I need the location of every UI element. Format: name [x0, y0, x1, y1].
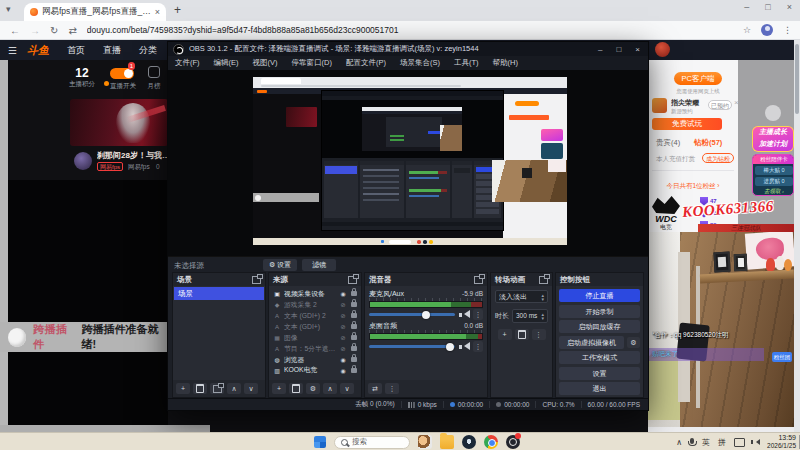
speaker-icon[interactable]: [459, 310, 469, 319]
stop-streaming-button[interactable]: 停止直播: [559, 289, 640, 302]
visibility-eye-icon[interactable]: ◉: [339, 356, 347, 363]
slider-knob[interactable]: [446, 343, 454, 351]
menu-tools[interactable]: 工具(T): [447, 58, 486, 68]
scenes-dock-header[interactable]: 场景: [173, 273, 265, 286]
obs-minimize-button[interactable]: –: [598, 45, 602, 54]
pc-client-button[interactable]: PC客户端: [674, 72, 722, 85]
back-icon[interactable]: ←: [10, 25, 20, 36]
source-settings-button[interactable]: ⚙ 设置: [263, 259, 297, 271]
add-source-button[interactable]: +: [272, 383, 286, 394]
spinner-icon[interactable]: ▴▾: [541, 312, 544, 320]
scene-down-button[interactable]: ∨: [244, 383, 258, 394]
promo-banner[interactable]: [70, 99, 168, 146]
obs-maximize-button[interactable]: □: [616, 45, 621, 54]
source-row[interactable]: A 节目：5分半遮罩图 ⊘: [270, 343, 360, 354]
source-row[interactable]: A 文本 (GDI+) ⊘: [270, 321, 360, 332]
remove-scene-button[interactable]: [193, 383, 207, 394]
growth-panel[interactable]: 粉丝陪伴卡 棒大贴 0 进房贴 0 去领取 ›: [752, 154, 794, 196]
browser-minimize-button[interactable]: –: [744, 2, 749, 12]
growth-plan-badge[interactable]: 主播成长 加速计划: [752, 126, 794, 152]
month-rank-icon[interactable]: [148, 66, 160, 78]
site-info-icon[interactable]: ⇄: [68, 25, 76, 36]
tab-close-icon[interactable]: ×: [155, 7, 160, 17]
visibility-eye-off-icon[interactable]: ⊘: [339, 323, 347, 330]
chrome-icon[interactable]: [484, 435, 498, 449]
room-avatar[interactable]: [74, 152, 92, 170]
lock-icon[interactable]: [351, 346, 357, 351]
card-close-icon[interactable]: ×: [734, 98, 739, 107]
visibility-eye-off-icon[interactable]: ⊘: [339, 301, 347, 308]
speaker-icon[interactable]: [459, 342, 469, 351]
menu-scene-collection[interactable]: 场景集合(S): [393, 58, 447, 68]
steam-icon[interactable]: [462, 435, 476, 449]
source-row[interactable]: ◍ 浏览器 ◉: [270, 354, 360, 365]
nav-item-category[interactable]: 分类: [139, 44, 157, 57]
video-player-area[interactable]: [8, 180, 168, 425]
channel-menu-icon[interactable]: ⋮: [473, 309, 483, 320]
volume-slider[interactable]: [369, 313, 455, 316]
start-recording-button[interactable]: 开始录制: [559, 305, 640, 318]
lock-icon[interactable]: [351, 291, 357, 296]
popout-icon[interactable]: [539, 276, 548, 284]
mixer-menu-button[interactable]: ⋮: [385, 383, 399, 394]
menu-edit[interactable]: 编辑(E): [207, 58, 246, 68]
transition-select[interactable]: 淡入淡出 ▴▾: [495, 290, 548, 303]
menu-file[interactable]: 文件(F): [168, 58, 207, 68]
slider-knob[interactable]: [422, 311, 430, 319]
display-tray-icon[interactable]: [734, 438, 745, 447]
browser-tab[interactable]: 网易fps直播_网易fps直播_网易 ×: [24, 3, 166, 21]
popout-icon[interactable]: [348, 276, 357, 284]
volume-slider[interactable]: [369, 345, 455, 348]
tab-vip[interactable]: 贵宾(4): [656, 138, 680, 148]
file-explorer-icon[interactable]: [440, 435, 454, 449]
source-row[interactable]: A 文本 (GDI+) 2 ⊘: [270, 310, 360, 321]
taskbar-widgets-icon[interactable]: [418, 435, 432, 449]
menu-profile[interactable]: 配置文件(P): [339, 58, 393, 68]
visibility-eye-off-icon[interactable]: ⊘: [339, 312, 347, 319]
obs-close-button[interactable]: ×: [635, 45, 640, 54]
visibility-eye-icon[interactable]: ◉: [339, 367, 347, 374]
page-scrollbar-thumb[interactable]: [795, 44, 799, 114]
channel-menu-icon[interactable]: ⋮: [473, 341, 483, 352]
visibility-eye-icon[interactable]: ◉: [339, 290, 347, 297]
lock-icon[interactable]: [351, 335, 357, 340]
menu-view[interactable]: 视图(V): [246, 58, 285, 68]
add-transition-button[interactable]: +: [498, 329, 512, 340]
settings-button[interactable]: 设置: [559, 367, 640, 380]
fans-club-badge[interactable]: 粉丝团: [772, 352, 792, 362]
lock-icon[interactable]: [351, 302, 357, 307]
ime-language[interactable]: 英: [702, 437, 710, 448]
nav-item-live[interactable]: 直播: [103, 44, 121, 57]
lock-icon[interactable]: [351, 324, 357, 329]
browser-close-button[interactable]: ×: [787, 2, 792, 12]
source-row[interactable]: ▦ 图像 ⊘: [270, 332, 360, 343]
forward-icon[interactable]: →: [30, 25, 40, 36]
menu-docks[interactable]: 停靠窗口(D): [285, 58, 339, 68]
exit-button[interactable]: 退出: [559, 382, 640, 395]
visibility-eye-off-icon[interactable]: ⊘: [339, 345, 347, 352]
tray-chevron-icon[interactable]: ∧: [676, 438, 682, 447]
source-row[interactable]: ◆ 游戏采集 2 ⊘: [270, 299, 360, 310]
lock-icon[interactable]: [351, 357, 357, 362]
browser-menu-icon[interactable]: ⋮: [783, 25, 792, 35]
scene-filters-button[interactable]: [210, 383, 224, 394]
mixer-dock-header[interactable]: 混音器: [365, 273, 487, 286]
user-avatar[interactable]: [655, 42, 670, 57]
sources-dock-header[interactable]: 来源: [269, 273, 361, 286]
speaker-tray-icon[interactable]: [753, 439, 760, 445]
douyu-logo[interactable]: 斗鱼: [27, 43, 49, 58]
url-input[interactable]: douyu.com/beta/7459835?dyshid=a9f5d47-f4…: [87, 25, 743, 35]
duration-field[interactable]: 300 ms ▴▾: [512, 309, 548, 323]
hamburger-icon[interactable]: ☰: [8, 45, 17, 56]
tab-diamond-fans[interactable]: 钻粉(57): [694, 138, 722, 148]
source-properties-button[interactable]: ⚙: [306, 383, 320, 394]
plugin-ball-icon[interactable]: [8, 328, 26, 347]
browser-profile-avatar[interactable]: [761, 24, 773, 36]
new-tab-button[interactable]: +: [174, 3, 181, 17]
source-row[interactable]: ▣ 视频采集设备 ◉: [270, 288, 360, 299]
nav-item-home[interactable]: 首页: [67, 44, 85, 57]
reload-icon[interactable]: ↻: [50, 25, 58, 36]
room-category[interactable]: 网易fps: [128, 163, 150, 172]
fans-today-link[interactable]: 今日共有1位粉丝 ›: [648, 182, 738, 191]
free-play-button[interactable]: 免费试玩: [652, 118, 722, 130]
